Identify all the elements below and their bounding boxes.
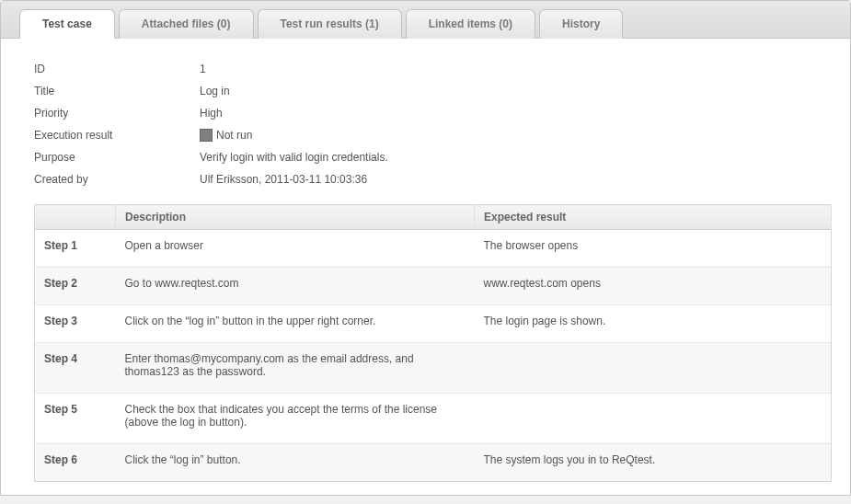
test-case-content: ID 1 Title Log in Priority High Executio… (1, 39, 850, 495)
step-description: Go to www.reqtest.com (116, 268, 475, 305)
field-id-value: 1 (200, 61, 206, 77)
tab-bar: Test case Attached files (0) Test run re… (1, 1, 850, 39)
field-title-value: Log in (200, 83, 230, 99)
step-description: Click the “log in” button. (116, 444, 475, 482)
table-row: Step 2 Go to www.reqtest.com www.reqtest… (35, 268, 832, 305)
step-expected (475, 394, 832, 444)
field-priority-value: High (200, 105, 223, 121)
table-row: Step 5 Check the box that indicates you … (35, 394, 832, 444)
tab-attached-files[interactable]: Attached files (0) (119, 9, 254, 39)
steps-header-row: Description Expected result (35, 205, 832, 230)
test-case-panel: Test case Attached files (0) Test run re… (0, 0, 851, 496)
tab-history[interactable]: History (539, 9, 623, 39)
field-execution-label: Execution result (34, 127, 200, 143)
field-id: ID 1 (34, 61, 832, 77)
step-description: Open a browser (116, 230, 475, 268)
field-execution-value: Not run (200, 127, 252, 143)
step-expected (475, 343, 832, 394)
field-created-label: Created by (34, 171, 200, 188)
step-number: Step 5 (35, 394, 116, 444)
step-expected: The login page is shown. (475, 305, 832, 343)
field-priority-label: Priority (34, 105, 200, 121)
step-expected: www.reqtest.com opens (475, 268, 832, 305)
field-created-value: Ulf Eriksson, 2011-03-11 10:03:36 (200, 171, 367, 188)
status-not-run-icon (200, 129, 213, 142)
step-number: Step 4 (35, 343, 116, 394)
field-purpose-label: Purpose (34, 149, 200, 166)
col-description: Description (116, 205, 475, 230)
step-description: Click on the “log in” button in the uppe… (116, 305, 475, 343)
field-created-by: Created by Ulf Eriksson, 2011-03-11 10:0… (34, 171, 832, 188)
step-number: Step 3 (35, 305, 116, 343)
step-description: Enter thomas@mycompany.com as the email … (116, 343, 475, 394)
field-title: Title Log in (34, 83, 832, 99)
table-row: Step 3 Click on the “log in” button in t… (35, 305, 832, 343)
col-expected-result: Expected result (475, 205, 832, 230)
step-expected: The system logs you in to ReQtest. (475, 444, 832, 482)
step-number: Step 2 (35, 268, 116, 305)
step-number: Step 1 (35, 230, 116, 268)
col-step (35, 205, 116, 230)
field-purpose-value: Verify login with valid login credential… (200, 149, 388, 166)
tab-linked-items[interactable]: Linked items (0) (406, 9, 535, 39)
field-execution-result: Execution result Not run (34, 127, 832, 143)
field-execution-text: Not run (216, 129, 252, 142)
step-description: Check the box that indicates you accept … (116, 394, 475, 444)
table-row: Step 4 Enter thomas@mycompany.com as the… (35, 343, 832, 394)
field-purpose: Purpose Verify login with valid login cr… (34, 149, 832, 166)
table-row: Step 6 Click the “log in” button. The sy… (35, 444, 832, 482)
tab-test-run-results[interactable]: Test run results (1) (258, 9, 402, 39)
tab-test-case[interactable]: Test case (19, 9, 115, 39)
steps-body: Step 1 Open a browser The browser opens … (35, 230, 832, 482)
field-title-label: Title (34, 83, 200, 99)
step-number: Step 6 (35, 444, 116, 482)
field-id-label: ID (34, 61, 200, 77)
step-expected: The browser opens (475, 230, 832, 268)
field-priority: Priority High (34, 105, 832, 121)
steps-table: Description Expected result Step 1 Open … (34, 204, 832, 482)
table-row: Step 1 Open a browser The browser opens (35, 230, 832, 268)
